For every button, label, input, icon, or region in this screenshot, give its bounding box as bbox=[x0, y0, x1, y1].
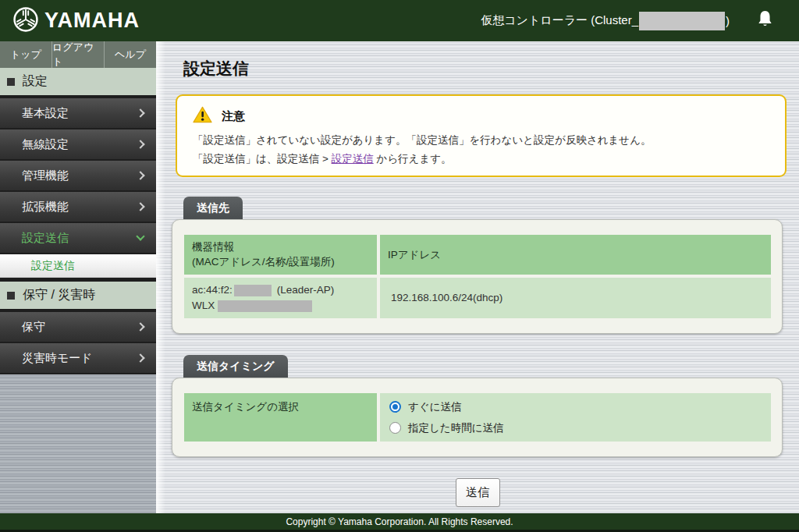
chevron-right-icon bbox=[136, 202, 144, 211]
destination-card: 機器情報 (MACアドレス/名称/設置場所) IPアドレス ac:44:f2:(… bbox=[172, 219, 783, 334]
sidebar-item-basic-settings[interactable]: 基本設定 bbox=[0, 98, 156, 128]
device-model-line: WLX bbox=[192, 298, 369, 314]
sidebar-section-maintenance-label: 保守 / 災害時 bbox=[23, 287, 95, 303]
main-content: 設定送信 注意 「設定送信」されていない設定があります。「設定送信」を行わないと… bbox=[156, 41, 799, 513]
device-info-header: 機器情報 (MACアドレス/名称/設置場所) bbox=[184, 235, 377, 274]
chevron-right-icon bbox=[136, 353, 144, 362]
controller-title-prefix: 仮想コントローラー (Cluster_ bbox=[481, 13, 638, 28]
device-info-cell: ac:44:f2:(Leader-AP) WLX bbox=[184, 278, 377, 319]
notification-bell-button[interactable] bbox=[756, 9, 774, 32]
sidebar-subitem-config-send[interactable]: 設定送信 bbox=[0, 254, 156, 278]
sidebar-filler bbox=[0, 374, 156, 513]
yamaha-logo[interactable]: YAMAHA bbox=[12, 6, 140, 36]
top-header-bar: YAMAHA 仮想コントローラー (Cluster_ ) bbox=[0, 0, 799, 41]
radio-option-send-at-time[interactable]: 指定した時間に送信 bbox=[389, 421, 762, 435]
yamaha-logo-text: YAMAHA bbox=[44, 9, 140, 33]
square-bullet-icon bbox=[7, 292, 15, 300]
sidebar-item-management[interactable]: 管理機能 bbox=[0, 161, 156, 190]
sidebar-section-settings: 設定 bbox=[0, 68, 156, 95]
sidebar-tabs: トップ ログアウト ヘルプ bbox=[0, 41, 156, 68]
notice-line1: 「設定送信」されていない設定があります。「設定送信」を行わないと設定が反映されま… bbox=[193, 133, 771, 147]
notice-box: 注意 「設定送信」されていない設定があります。「設定送信」を行わないと設定が反映… bbox=[176, 94, 787, 177]
model-redaction bbox=[218, 300, 312, 312]
sidebar-item-extended[interactable]: 拡張機能 bbox=[0, 192, 156, 222]
radio-selected-icon[interactable] bbox=[389, 401, 401, 413]
sidebar-item-disaster-mode[interactable]: 災害時モード bbox=[0, 343, 156, 373]
chevron-right-icon bbox=[136, 108, 144, 117]
footer-copyright: Copyright © Yamaha Corporation. All Righ… bbox=[0, 513, 799, 530]
sidebar-item-maintenance[interactable]: 保守 bbox=[0, 312, 156, 342]
chevron-right-icon bbox=[136, 171, 144, 179]
sidebar-menu-maintenance: 保守 災害時モード bbox=[0, 309, 156, 374]
notice-title: 注意 bbox=[222, 109, 245, 124]
sidebar-section-maintenance: 保守 / 災害時 bbox=[0, 282, 156, 309]
timing-card: 送信タイミングの選択 すぐに送信 指定した時間に送信 bbox=[172, 378, 783, 457]
sidebar-tab-top[interactable]: トップ bbox=[0, 41, 52, 68]
chevron-right-icon bbox=[136, 140, 144, 148]
footer: Copyright © Yamaha Corporation. All Righ… bbox=[0, 513, 799, 532]
ip-address-header: IPアドレス bbox=[380, 235, 771, 274]
device-mac-line: ac:44:f2:(Leader-AP) bbox=[192, 282, 369, 298]
timing-options: すぐに送信 指定した時間に送信 bbox=[380, 393, 771, 442]
chevron-down-icon bbox=[136, 232, 144, 240]
warning-triangle-icon bbox=[193, 106, 212, 126]
sidebar-tab-logout[interactable]: ログアウト bbox=[52, 41, 105, 68]
controller-title: 仮想コントローラー (Cluster_ ) bbox=[481, 12, 730, 30]
sidebar: トップ ログアウト ヘルプ 設定 基本設定 無線設定 管理機能 拡張機能 設定送… bbox=[0, 41, 156, 513]
ip-address-cell: 192.168.100.6/24(dhcp) bbox=[380, 278, 771, 319]
timing-section-tab: 送信タイミング bbox=[183, 355, 288, 378]
controller-title-suffix: ) bbox=[726, 14, 730, 27]
sidebar-menu-settings: 基本設定 無線設定 管理機能 拡張機能 設定送信 設定送信 bbox=[0, 95, 156, 282]
notice-line2: 「設定送信」は、設定送信 > 設定送信 から行えます。 bbox=[193, 152, 771, 166]
timing-select-label: 送信タイミングの選択 bbox=[184, 393, 377, 442]
sidebar-item-config-send[interactable]: 設定送信 bbox=[0, 223, 156, 253]
page-title: 設定送信 bbox=[183, 58, 799, 80]
sidebar-tab-help[interactable]: ヘルプ bbox=[105, 41, 156, 68]
cluster-name-redaction bbox=[639, 12, 725, 30]
send-button[interactable]: 送信 bbox=[456, 478, 500, 507]
chevron-right-icon bbox=[136, 322, 144, 331]
bell-icon bbox=[756, 9, 774, 32]
config-send-link[interactable]: 設定送信 bbox=[332, 153, 374, 165]
mac-redaction bbox=[234, 285, 272, 296]
square-bullet-icon bbox=[7, 78, 15, 86]
radio-unselected-icon[interactable] bbox=[389, 422, 401, 434]
yamaha-tuning-fork-icon bbox=[12, 6, 39, 36]
sidebar-section-settings-label: 設定 bbox=[23, 73, 48, 90]
sidebar-item-wireless-settings[interactable]: 無線設定 bbox=[0, 129, 156, 159]
radio-option-send-now[interactable]: すぐに送信 bbox=[389, 400, 762, 414]
destination-section-tab: 送信先 bbox=[183, 197, 243, 219]
